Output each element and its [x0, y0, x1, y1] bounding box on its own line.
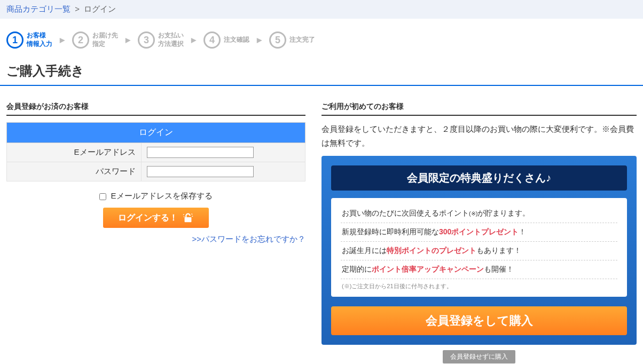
- new-user-section-heading: ご利用が初めてのお客様: [322, 102, 637, 116]
- email-field[interactable]: [147, 147, 254, 158]
- login-form-table: ログイン Eメールアドレス パスワード: [6, 122, 305, 181]
- step-label: 注文完了: [289, 36, 315, 44]
- login-section-heading: 会員登録がお済のお客様: [6, 102, 305, 116]
- step-number-icon: 4: [203, 31, 221, 49]
- promo-list: お買い物のたびに次回使えるポイント(※)が貯まります。 新規登録時に即時利用可能…: [331, 198, 627, 297]
- promo-text: もあります！: [476, 246, 521, 255]
- promo-item-points: お買い物のたびに次回使えるポイント(※)が貯まります。: [341, 204, 617, 223]
- promo-header: 会員限定の特典盛りだくさん♪: [331, 165, 627, 191]
- chevron-right-icon: ▶: [257, 36, 262, 44]
- promo-text: 新規登録時に即時利用可能な: [342, 227, 439, 236]
- forgot-password-link[interactable]: >>パスワードをお忘れですか？: [192, 234, 305, 243]
- save-email-row: Eメールアドレスを保存する: [6, 191, 305, 201]
- promo-text: ！: [519, 227, 526, 236]
- step-label: お客様 情報入力: [27, 31, 52, 48]
- chevron-right-icon: ▶: [60, 36, 65, 44]
- save-email-text: Eメールアドレスを保存する: [111, 191, 213, 200]
- promo-highlight: 特別ポイントのプレゼント: [387, 246, 476, 255]
- promo-text-note-ref: (※): [469, 210, 477, 217]
- login-column: 会員登録がお済のお客様 ログイン Eメールアドレス パスワード Eメールアドレス…: [6, 102, 305, 244]
- chevron-right-icon: ▶: [126, 36, 130, 44]
- promo-highlight: ポイント倍率アップキャンペーン: [372, 265, 484, 273]
- login-button[interactable]: ログインする！: [103, 208, 209, 228]
- breadcrumb-link-categories[interactable]: 商品カテゴリ一覧: [6, 4, 70, 13]
- page-title: ご購入手続き: [0, 58, 643, 86]
- step-number-icon: 3: [138, 31, 155, 49]
- svg-rect-0: [185, 217, 192, 222]
- new-user-column: ご利用が初めてのお客様 会員登録をしていただきますと、２度目以降のお買い物の際に…: [322, 102, 637, 363]
- save-email-checkbox[interactable]: [99, 193, 106, 200]
- email-label: Eメールアドレス: [7, 143, 142, 162]
- step-label: お届け先 指定: [92, 31, 118, 48]
- promo-text: も開催！: [484, 265, 514, 273]
- login-button-label: ログインする！: [118, 212, 178, 224]
- breadcrumb-current: ログイン: [84, 4, 116, 13]
- step-complete: 5 注文完了: [269, 31, 315, 49]
- checkout-steps: 1 お客様 情報入力 ▶ 2 お届け先 指定 ▶ 3 お支払い 方法選択 ▶ 4…: [0, 19, 643, 58]
- password-field[interactable]: [147, 166, 254, 177]
- step-payment: 3 お支払い 方法選択: [138, 31, 184, 49]
- member-benefits-box: 会員限定の特典盛りだくさん♪ お買い物のたびに次回使えるポイント(※)が貯まりま…: [322, 156, 637, 345]
- step-number-icon: 1: [6, 31, 23, 49]
- step-label: お支払い 方法選択: [158, 31, 184, 48]
- promo-text: お誕生月には: [342, 246, 387, 255]
- promo-text: が貯まります。: [477, 209, 530, 217]
- promo-item-birthday: お誕生月には特別ポイントのプレゼントもあります！: [341, 242, 617, 260]
- guest-purchase-button[interactable]: 会員登録せずに購入: [443, 350, 515, 363]
- promo-highlight: 300ポイントプレゼント: [439, 227, 519, 236]
- step-customer-info: 1 お客様 情報入力: [6, 31, 52, 49]
- promo-text: お買い物のたびに次回使えるポイント: [342, 209, 469, 217]
- step-number-icon: 2: [72, 31, 89, 49]
- step-delivery: 2 お届け先 指定: [72, 31, 118, 49]
- step-label: 注文確認: [224, 36, 249, 44]
- save-email-checkbox-label[interactable]: Eメールアドレスを保存する: [99, 191, 212, 200]
- chevron-right-icon: ▶: [191, 36, 196, 44]
- breadcrumb-separator: >: [75, 4, 80, 13]
- step-confirm: 4 注文確認: [203, 31, 249, 49]
- breadcrumb: 商品カテゴリ一覧 > ログイン: [0, 0, 643, 19]
- promo-footnote: (※)ご注文日から21日後に付与されます。: [341, 279, 617, 290]
- login-header: ログイン: [7, 123, 305, 143]
- promo-item-campaign: 定期的にポイント倍率アップキャンペーンも開催！: [341, 260, 617, 279]
- step-number-icon: 5: [269, 31, 286, 49]
- promo-text: 定期的に: [342, 265, 372, 273]
- register-and-purchase-button[interactable]: 会員登録をして購入: [331, 306, 627, 335]
- unlock-icon: [182, 212, 194, 224]
- password-label: パスワード: [7, 162, 142, 181]
- promo-item-signup-bonus: 新規登録時に即時利用可能な300ポイントプレゼント！: [341, 223, 617, 242]
- new-user-intro: 会員登録をしていただきますと、２度目以降のお買い物の際に大変便利です。※会員費は…: [322, 122, 637, 149]
